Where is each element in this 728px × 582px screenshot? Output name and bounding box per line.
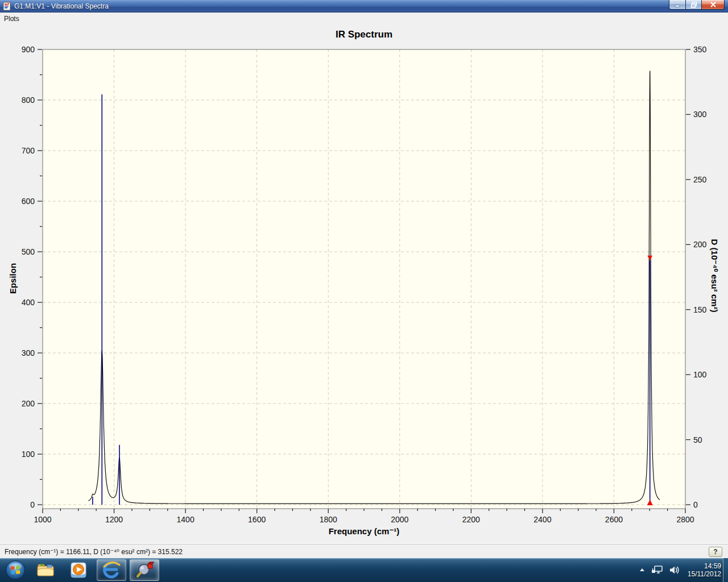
svg-text:600: 600 (22, 197, 35, 206)
magnifier-molecule-icon (135, 561, 154, 579)
system-tray: 14:59 15/11/2012 (638, 558, 721, 582)
svg-text:2200: 2200 (462, 515, 480, 524)
cursor-readout-text: Frequency (cm⁻¹) = 1166.11, D (10⁻⁴⁰ esu… (5, 548, 183, 556)
status-bar: Frequency (cm⁻¹) = 1166.11, D (10⁻⁴⁰ esu… (0, 544, 728, 558)
svg-text:1800: 1800 (320, 515, 337, 524)
svg-text:100: 100 (693, 370, 707, 379)
svg-text:1400: 1400 (177, 515, 195, 524)
taskbar-item-internet-explorer[interactable] (97, 559, 126, 581)
clock-date: 15/11/2012 (688, 570, 721, 578)
svg-text:400: 400 (22, 298, 35, 307)
svg-text:800: 800 (22, 95, 35, 105)
volume-icon[interactable] (669, 565, 680, 575)
svg-text:0: 0 (30, 500, 35, 509)
window-title: G1:M1:V1 - Vibrational Spectra (14, 2, 109, 10)
svg-text:50: 50 (693, 435, 702, 444)
svg-text:200: 200 (693, 240, 707, 249)
clock-time: 14:59 (688, 562, 721, 570)
svg-text:250: 250 (693, 175, 707, 184)
menu-bar: Plots (0, 13, 728, 24)
svg-text:2600: 2600 (605, 515, 623, 524)
svg-text:2400: 2400 (533, 515, 551, 524)
svg-text:150: 150 (693, 305, 707, 314)
svg-text:100: 100 (22, 450, 35, 459)
menu-item-plots[interactable]: Plots (0, 14, 23, 24)
desktop-screen: G1:M1:V1 - Vibrational Spectra Plots IR … (0, 0, 728, 582)
svg-text:2800: 2800 (676, 515, 694, 524)
show-desktop-button[interactable] (723, 558, 728, 582)
svg-text:300: 300 (22, 348, 35, 357)
taskbar-item-windows-media-player[interactable] (64, 559, 93, 581)
svg-text:300: 300 (693, 110, 707, 119)
right-axis-label: D (10⁻⁴⁰ esu² cm²) (709, 239, 719, 313)
restore-button[interactable] (686, 0, 702, 10)
media-player-icon (69, 561, 88, 579)
minimize-button[interactable] (669, 0, 686, 10)
chart-area: IR Spectrum 1000120014001600180020002200… (0, 24, 728, 544)
start-button[interactable] (2, 559, 29, 581)
svg-text:1600: 1600 (248, 515, 266, 524)
taskbar-item-windows-explorer[interactable] (31, 559, 60, 581)
svg-text:200: 200 (22, 399, 35, 408)
left-axis-label: Epsilon (8, 263, 18, 294)
taskbar-clock[interactable]: 14:59 15/11/2012 (688, 562, 721, 578)
svg-text:500: 500 (22, 247, 35, 256)
svg-text:1000: 1000 (34, 515, 51, 524)
ir-spectrum-plot[interactable]: 1000120014001600180020002200240026002800… (0, 24, 728, 544)
svg-text:0: 0 (693, 500, 698, 509)
close-button[interactable] (702, 0, 725, 10)
x-axis-label: Frequency (cm⁻¹) (43, 526, 685, 537)
hidden-icons-arrow-icon[interactable] (638, 567, 646, 573)
window-controls (669, 0, 725, 10)
svg-text:350: 350 (693, 45, 707, 54)
windows-start-orb-icon (5, 559, 26, 581)
taskbar-item-molecule-viewer[interactable] (130, 559, 159, 581)
help-button[interactable]: ? (709, 547, 722, 557)
taskbar: 14:59 15/11/2012 (0, 558, 728, 582)
app-document-icon (2, 2, 11, 11)
folder-icon (36, 562, 55, 579)
svg-text:2000: 2000 (391, 515, 408, 524)
svg-text:700: 700 (22, 146, 35, 155)
network-icon[interactable] (651, 565, 664, 575)
internet-explorer-icon (102, 561, 121, 579)
svg-text:1200: 1200 (105, 515, 123, 524)
title-bar: G1:M1:V1 - Vibrational Spectra (0, 0, 728, 13)
svg-text:900: 900 (22, 45, 35, 54)
